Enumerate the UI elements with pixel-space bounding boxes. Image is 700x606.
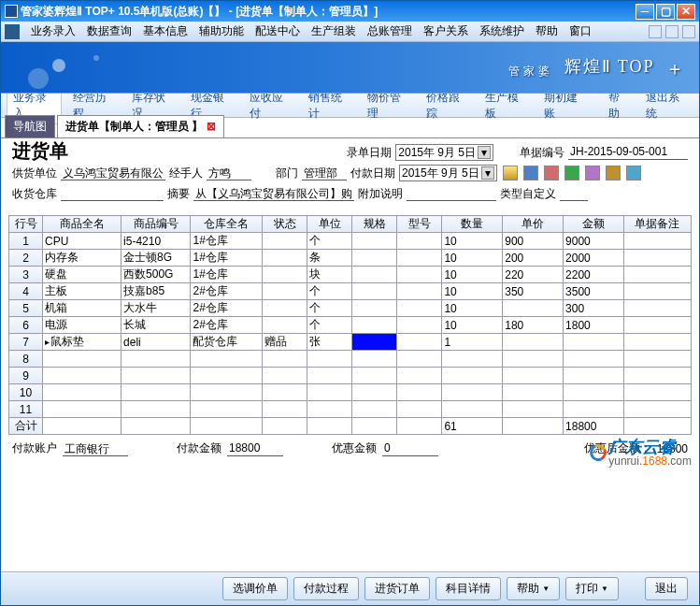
label-entry-date: 录单日期 bbox=[347, 145, 392, 161]
label-extra-note: 附加说明 bbox=[358, 186, 403, 202]
toolbar-icon-6[interactable] bbox=[626, 166, 641, 180]
col-型号[interactable]: 型号 bbox=[397, 216, 442, 233]
label-discount: 优惠金额 bbox=[332, 440, 377, 456]
dropdown-icon[interactable]: ▾ bbox=[481, 166, 494, 180]
pay-acct-field[interactable]: 工商银行 bbox=[63, 441, 128, 456]
btn-打印[interactable]: 打印▼ bbox=[565, 577, 619, 600]
col-单据备注[interactable]: 单据备注 bbox=[623, 216, 691, 233]
col-行号[interactable]: 行号 bbox=[9, 216, 43, 233]
handler-field[interactable]: 方鸣 bbox=[207, 166, 251, 180]
dept-field[interactable]: 管理部 bbox=[302, 166, 347, 180]
supplier-field[interactable]: 义乌鸿宝贸易有限公 bbox=[61, 166, 165, 180]
total-row: 合计6118800 bbox=[9, 418, 692, 435]
col-单位[interactable]: 单位 bbox=[307, 216, 352, 233]
brand-main: 管家婆 bbox=[508, 65, 553, 78]
table-row[interactable]: 8 bbox=[9, 351, 692, 368]
menu-生产组装[interactable]: 生产组装 bbox=[306, 22, 362, 39]
menu-配送中心[interactable]: 配送中心 bbox=[250, 22, 306, 39]
after-discount-value: 18800 bbox=[657, 442, 688, 455]
window-title: 管家婆辉煌Ⅱ TOP+ 10.5单机版(总账)【】 - [进货单【制单人：管理员… bbox=[21, 4, 634, 20]
pay-date-picker[interactable]: 2015年 9月 5日▾ bbox=[399, 165, 497, 181]
mdi-minimize-button[interactable] bbox=[649, 25, 662, 38]
summary-field[interactable]: 从【义乌鸿宝贸易有限公司】购 bbox=[193, 186, 354, 201]
extra-note-field[interactable] bbox=[407, 186, 496, 201]
maximize-button[interactable]: ▢ bbox=[656, 4, 675, 20]
table-row[interactable]: 9 bbox=[9, 368, 692, 384]
action-bar: 选调价单付款过程进货订单科目详情帮助▼打印▼退出 bbox=[1, 571, 699, 605]
label-warehouse: 收货仓库 bbox=[12, 186, 57, 202]
table-row[interactable]: 2内存条金士顿8G1#仓库条102002000 bbox=[9, 250, 692, 267]
label-pay-acct: 付款账户 bbox=[12, 440, 57, 456]
lookup-icon[interactable] bbox=[503, 166, 518, 180]
menu-帮助[interactable]: 帮助 bbox=[530, 22, 564, 39]
brand-sub: 辉煌Ⅱ TOP bbox=[564, 57, 655, 76]
toolbar-icon-4[interactable] bbox=[585, 166, 600, 180]
btn-进货订单[interactable]: 进货订单 bbox=[364, 577, 430, 600]
btn-科目详情[interactable]: 科目详情 bbox=[436, 577, 501, 600]
menu-业务录入[interactable]: 业务录入 bbox=[25, 22, 81, 39]
table-row[interactable]: 7鼠标垫deli配货仓库赠品张1 bbox=[9, 334, 692, 351]
menu-辅助功能[interactable]: 辅助功能 bbox=[193, 22, 250, 39]
toolbar-icon-2[interactable] bbox=[544, 166, 559, 180]
label-pay-amt: 付款金额 bbox=[177, 440, 221, 456]
mdi-close-button[interactable] bbox=[682, 25, 695, 38]
toolbar-icon-1[interactable] bbox=[523, 166, 538, 180]
app-icon bbox=[5, 5, 18, 18]
col-数量[interactable]: 数量 bbox=[442, 216, 503, 233]
table-row[interactable]: 6电源长城2#仓库个101801800 bbox=[9, 317, 692, 334]
table-row[interactable]: 4主板技嘉b852#仓库个103503500 bbox=[9, 283, 692, 300]
btn-帮助[interactable]: 帮助▼ bbox=[507, 577, 560, 600]
label-after-discount: 优惠后金额： bbox=[584, 440, 651, 456]
btn-选调价单[interactable]: 选调价单 bbox=[222, 577, 288, 600]
type-custom-field[interactable] bbox=[560, 186, 588, 201]
table-row[interactable]: 5机箱大水牛2#仓库个10300 bbox=[9, 300, 692, 317]
doc-no-field[interactable]: JH-2015-09-05-001 bbox=[568, 145, 688, 160]
menu-客户关系[interactable]: 客户关系 bbox=[418, 22, 474, 39]
table-row[interactable]: 3硬盘西数500G1#仓库块102202200 bbox=[9, 267, 692, 283]
warehouse-field[interactable] bbox=[61, 186, 164, 201]
brand-plus: ＋ bbox=[665, 58, 688, 79]
col-规格[interactable]: 规格 bbox=[352, 216, 397, 233]
menu-系统维护[interactable]: 系统维护 bbox=[474, 22, 530, 39]
col-金额[interactable]: 金额 bbox=[564, 216, 624, 233]
label-dept: 部门 bbox=[276, 166, 298, 181]
form-title: 进货单 bbox=[12, 138, 68, 164]
mdi-restore-button[interactable] bbox=[665, 25, 679, 38]
col-单价[interactable]: 单价 bbox=[503, 216, 564, 233]
menu-app-icon bbox=[5, 24, 20, 39]
label-supplier: 供货单位 bbox=[12, 166, 57, 181]
menu-基本信息[interactable]: 基本信息 bbox=[137, 22, 193, 39]
discount-field[interactable]: 0 bbox=[382, 441, 438, 456]
entry-date-picker[interactable]: 2015年 9月 5日▾ bbox=[395, 144, 493, 161]
label-type-custom: 类型自定义 bbox=[500, 186, 556, 202]
minimize-button[interactable]: ─ bbox=[636, 4, 654, 20]
btn-退出[interactable]: 退出 bbox=[645, 577, 688, 600]
col-商品编号[interactable]: 商品编号 bbox=[121, 216, 191, 233]
tab-purchase-order[interactable]: 进货单【制单人：管理员 】⊠ bbox=[57, 115, 224, 137]
main-menu: 业务录入数据查询基本信息辅助功能配送中心生产组装总账管理客户关系系统维护帮助窗口 bbox=[1, 22, 699, 42]
tab-nav-map[interactable]: 导航图 bbox=[5, 115, 55, 137]
col-商品全名[interactable]: 商品全名 bbox=[43, 216, 121, 233]
table-row[interactable]: 11 bbox=[9, 401, 692, 418]
close-button[interactable]: ✕ bbox=[677, 4, 695, 20]
table-row[interactable]: 1CPUi5-42101#仓库个109009000 bbox=[9, 233, 692, 250]
table-row[interactable]: 10 bbox=[9, 384, 692, 401]
col-仓库全名[interactable]: 仓库全名 bbox=[191, 216, 263, 233]
menu-总账管理[interactable]: 总账管理 bbox=[362, 22, 418, 39]
toolbar-icon-5[interactable] bbox=[606, 166, 621, 180]
tab-close-icon[interactable]: ⊠ bbox=[207, 120, 216, 133]
dropdown-icon[interactable]: ▾ bbox=[478, 146, 491, 159]
pay-amt-field[interactable]: 18800 bbox=[227, 441, 283, 456]
label-handler: 经手人 bbox=[169, 166, 203, 181]
label-pay-date: 付款日期 bbox=[350, 166, 395, 181]
items-grid[interactable]: 行号商品全名商品编号仓库全名状态单位规格型号数量单价金额单据备注 1CPUi5-… bbox=[8, 215, 692, 435]
btn-付款过程[interactable]: 付款过程 bbox=[293, 577, 359, 600]
label-doc-no: 单据编号 bbox=[520, 145, 564, 161]
col-状态[interactable]: 状态 bbox=[263, 216, 307, 233]
toolbar-icon-3[interactable] bbox=[564, 166, 579, 180]
brand-banner: 管家婆 辉煌Ⅱ TOP ＋ bbox=[1, 42, 699, 94]
label-summary: 摘要 bbox=[167, 186, 190, 202]
menu-窗口[interactable]: 窗口 bbox=[564, 22, 597, 39]
menu-数据查询[interactable]: 数据查询 bbox=[81, 22, 137, 39]
